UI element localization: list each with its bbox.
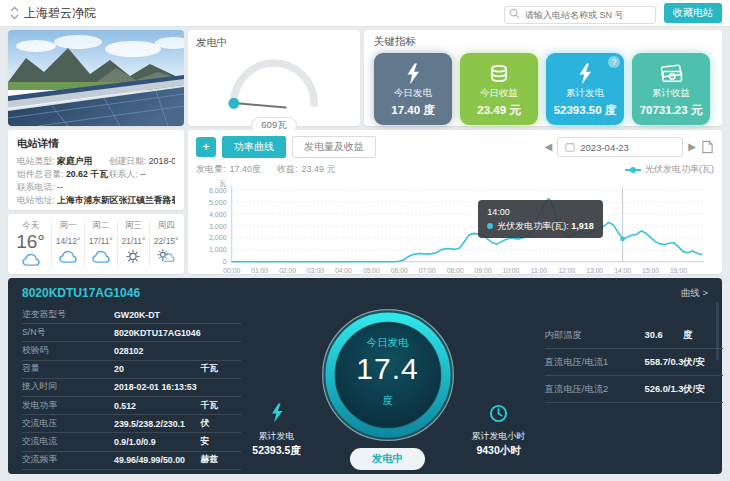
inv-right-row-1: 直流电压/电流1558.7/0.3伏/安 — [545, 349, 724, 376]
inv-left-row-1: S/N号8020KDTU17AG1046 — [22, 324, 241, 342]
svg-text:13:00: 13:00 — [586, 267, 603, 274]
kpi-card: 关键指标 今日发电17.40 度今日收益23.49 元?累计发电52393.50… — [364, 30, 722, 126]
inverter-right-table: 内部温度30.6度直流电压/电流1558.7/0.3伏/安直流电压/电流2526… — [545, 306, 724, 470]
search-input[interactable] — [504, 6, 656, 24]
svg-text:16:00: 16:00 — [670, 267, 687, 274]
inverter-left-table: 逆变器型号GW20K-DTS/N号8020KDTU17AG1046校验码0281… — [22, 306, 241, 470]
svg-text:15:00: 15:00 — [642, 267, 659, 274]
inv-left-row-6: 交流电压239.5/238.2/230.1伏 — [22, 415, 241, 433]
page-title: 上海碧云净院 — [24, 5, 96, 22]
station-photo — [8, 30, 184, 126]
inv-left-row-0: 逆变器型号GW20K-DT — [22, 306, 241, 324]
kpi-value: 23.49 元 — [477, 103, 520, 118]
kpi-value: 52393.50 度 — [554, 103, 617, 118]
inv-left-row-5: 发电功率0.512千瓦 — [22, 397, 241, 415]
kpi-label: 今日收益 — [480, 87, 518, 100]
inv-right-row-2: 直流电压/电流2526.0/1.3伏/安 — [545, 376, 724, 403]
svg-text:02:00: 02:00 — [279, 267, 296, 274]
coins-icon — [460, 63, 538, 85]
cash-icon — [632, 63, 710, 85]
total-hours-item: 累计发电小时 9430小时 — [463, 404, 535, 470]
detail-field-2: 组件总容量: 20.62 千瓦 — [17, 168, 109, 181]
kpi-tile-0: 今日发电17.40 度 — [374, 53, 452, 125]
svg-text:01:00: 01:00 — [251, 267, 268, 274]
add-curve-button[interactable]: + — [196, 137, 216, 157]
weather-day-3: 周三21/11° — [117, 219, 150, 269]
kpi-header: 关键指标 — [374, 35, 712, 49]
tab-generation-revenue[interactable]: 发电量及收益 — [292, 136, 376, 158]
detail-field-4: 联系电话: -- — [17, 181, 175, 194]
kpi-value: 70731.23 元 — [640, 103, 703, 118]
next-day-arrow[interactable]: ▶ — [688, 142, 696, 152]
export-icon[interactable] — [701, 140, 714, 154]
power-curve-chart: 瓦01,0002,0003,0004,0005,0006,00000:0001:… — [196, 178, 712, 282]
chart-legend: 光伏发电功率(瓦) — [625, 163, 714, 176]
svg-text:1,000: 1,000 — [209, 246, 227, 254]
bolt-icon — [269, 403, 285, 423]
gauge-unit: 度 — [319, 394, 457, 408]
kpi-tile-2: ?累计发电52393.50 度 — [546, 53, 624, 125]
power-curve-card: + 功率曲线 发电量及收益 ◀ 2023-04-23 ▶ 发电量: 17.40度… — [188, 130, 722, 274]
svg-text:11:00: 11:00 — [531, 267, 548, 274]
detail-field-1: 创建日期: 2018-02-01 — [109, 155, 175, 168]
income-stat-value: 23.49 元 — [302, 163, 336, 176]
search-icon — [509, 8, 520, 19]
detail-field-5: 电站地址: 上海市浦东新区张江镇兰香路碧云净院 — [17, 194, 175, 207]
kpi-tile-3: 累计收益70731.23 元 — [632, 53, 710, 125]
svg-text:2,000: 2,000 — [209, 234, 227, 242]
generating-status-button[interactable]: 发电中 — [350, 448, 426, 470]
clock-icon — [489, 404, 508, 423]
date-picker[interactable]: 2023-04-23 — [557, 137, 683, 157]
inv-right-row-0: 内部温度30.6度 — [545, 322, 724, 349]
gen-stat-value: 17.40度 — [230, 163, 262, 176]
power-chart-area[interactable]: 瓦01,0002,0003,0004,0005,0006,00000:0001:… — [196, 178, 714, 286]
svg-text:08:00: 08:00 — [447, 267, 464, 274]
svg-text:6,000: 6,000 — [209, 187, 227, 195]
curve-link[interactable]: 曲线 > — [681, 287, 708, 300]
chevron-up-down-icon — [10, 6, 19, 20]
inverter-sn-header: 8020KDTU17AG1046 — [22, 286, 140, 300]
svg-text:00:00: 00:00 — [223, 267, 240, 274]
topbar: 上海碧云净院 收藏电站 — [0, 0, 730, 27]
weather-sun-cloud-icon — [157, 249, 175, 268]
inv-left-row-8: 交流频率49.96/49.99/50.00赫兹 — [22, 452, 241, 470]
inv-left-row-7: 交流电流0.9/1.0/0.9安 — [22, 433, 241, 451]
svg-text:09:00: 09:00 — [475, 267, 492, 274]
power-gauge — [199, 48, 349, 110]
kpi-label: 累计收益 — [652, 87, 690, 100]
weather-day-0: 今天16° — [10, 219, 51, 269]
panel-scrollbar[interactable] — [716, 302, 719, 360]
legend-line-icon — [625, 169, 641, 171]
tab-power-curve[interactable]: 功率曲线 — [222, 136, 286, 158]
station-switcher[interactable]: 上海碧云净院 — [0, 5, 96, 22]
prev-day-arrow[interactable]: ◀ — [545, 142, 553, 152]
svg-text:05:00: 05:00 — [363, 267, 380, 274]
station-details-header: 电站详情 — [17, 137, 175, 151]
kpi-tile-1: 今日收益23.49 元 — [460, 53, 538, 125]
kpi-value: 17.40 度 — [391, 103, 434, 118]
weather-sun-icon — [124, 249, 142, 268]
favorite-station-button[interactable]: 收藏电站 — [664, 3, 722, 23]
weather-cloud-icon — [92, 249, 110, 268]
inverter-panel: 8020KDTU17AG1046 曲线 > 逆变器型号GW20K-DTS/N号8… — [8, 278, 722, 474]
inv-left-row-3: 容量20千瓦 — [22, 361, 241, 379]
weather-cloud-icon — [22, 252, 40, 271]
daily-generation-gauge: 今日发电 17.4 度 — [319, 306, 457, 444]
svg-text:07:00: 07:00 — [419, 267, 436, 274]
svg-text:03:00: 03:00 — [307, 267, 324, 274]
inv-left-row-4: 接入时间2018-02-01 16:13:53 — [22, 379, 241, 397]
svg-text:0: 0 — [223, 258, 227, 266]
weather-cloud-icon — [59, 249, 77, 268]
svg-text:5,000: 5,000 — [209, 199, 227, 207]
station-details-card: 电站详情 电站类型: 家庭户用创建日期: 2018-02-01组件总容量: 20… — [8, 130, 184, 210]
total-generation-item: 累计发电 52393.5度 — [241, 403, 313, 470]
help-icon[interactable]: ? — [608, 56, 620, 68]
bolt-icon — [374, 63, 452, 85]
search-box — [504, 4, 656, 22]
gen-stat-label: 发电量: — [196, 163, 226, 176]
svg-text:12:00: 12:00 — [558, 267, 575, 274]
weather-day-2: 周二17/11° — [84, 219, 117, 269]
weather-day-1: 周一14/12° — [51, 219, 84, 269]
station-details-fields: 电站类型: 家庭户用创建日期: 2018-02-01组件总容量: 20.62 千… — [17, 155, 175, 207]
selected-date: 2023-04-23 — [580, 142, 629, 153]
